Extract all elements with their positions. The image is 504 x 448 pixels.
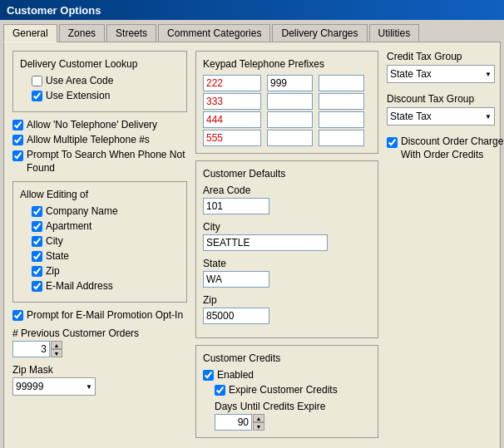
- state-input[interactable]: [203, 271, 269, 288]
- allow-no-telephone-checkbox[interactable]: [12, 120, 23, 130]
- keypad-cell-2-1[interactable]: [203, 93, 261, 110]
- credit-tax-select[interactable]: State Tax Federal Tax None: [387, 65, 495, 83]
- days-expire-group: Days Until Credits Expire ▲ ▼: [215, 401, 371, 431]
- keypad-cell-3-1[interactable]: [203, 111, 261, 128]
- title-bar: Customer Options: [0, 0, 504, 20]
- credit-tax-wrapper: State Tax Federal Tax None: [387, 65, 495, 83]
- days-expire-input[interactable]: [215, 414, 252, 431]
- zip-input[interactable]: [203, 308, 269, 324]
- expire-credits-checkbox[interactable]: [215, 385, 225, 396]
- city-input[interactable]: [203, 234, 328, 251]
- prompt-email-checkbox[interactable]: [12, 310, 23, 321]
- previous-orders-label: # Previous Customer Orders: [12, 327, 187, 339]
- keypad-cell-1-3[interactable]: [319, 75, 364, 91]
- allow-no-telephone-row: Allow 'No Telephone' Delivery: [12, 119, 187, 130]
- customer-credits-title: Customer Credits: [203, 352, 371, 364]
- city-checkbox[interactable]: [32, 236, 42, 247]
- discount-tax-label: Discount Tax Group: [387, 93, 504, 105]
- keypad-cell-1-1[interactable]: [203, 75, 261, 91]
- city-label: City: [46, 235, 63, 247]
- discount-order-charges-checkbox[interactable]: [387, 137, 398, 148]
- spinner-up-button[interactable]: ▲: [51, 341, 62, 349]
- keypad-cell-3-2[interactable]: [267, 111, 313, 128]
- credits-enabled-row: Enabled: [203, 369, 371, 381]
- company-name-row: Company Name: [32, 205, 180, 217]
- city-row: City: [32, 235, 180, 247]
- prompt-search-label: Prompt To Search When Phone Not Found: [27, 149, 187, 175]
- prompt-search-row: Prompt To Search When Phone Not Found: [12, 149, 187, 175]
- credits-enabled-label: Enabled: [217, 369, 254, 381]
- state-checkbox[interactable]: [32, 251, 42, 262]
- discount-tax-group: Discount Tax Group State Tax Federal Tax…: [387, 93, 504, 126]
- use-area-code-row: Use Area Code: [32, 75, 180, 86]
- email-row: E-Mail Address: [32, 280, 180, 292]
- credit-tax-label: Credit Tax Group: [387, 51, 504, 62]
- left-column: Delivery Customer Lookup Use Area Code U…: [12, 51, 187, 440]
- city-defaults-label: City: [203, 221, 371, 233]
- credit-tax-group: Credit Tax Group State Tax Federal Tax N…: [387, 51, 504, 83]
- days-expire-spinner: ▲ ▼: [215, 414, 371, 431]
- keypad-grid: [203, 75, 371, 146]
- zip-mask-wrapper: 99999 99999-9999: [12, 377, 96, 396]
- keypad-title: Keypad Telephone Prefixes: [203, 58, 371, 70]
- keypad-cell-1-2[interactable]: [267, 75, 313, 91]
- keypad-cell-4-1[interactable]: [203, 130, 261, 146]
- company-name-label: Company Name: [46, 205, 118, 217]
- previous-orders-input[interactable]: 3: [12, 341, 50, 357]
- keypad-cell-3-3[interactable]: [319, 111, 364, 128]
- right-column: Credit Tax Group State Tax Federal Tax N…: [387, 51, 504, 440]
- use-area-code-checkbox[interactable]: [32, 76, 42, 86]
- allow-no-telephone-label: Allow 'No Telephone' Delivery: [27, 119, 157, 130]
- apartment-row: Apartment: [32, 220, 180, 232]
- zip-label: Zip: [46, 265, 60, 277]
- allow-multiple-telephone-checkbox[interactable]: [12, 135, 23, 145]
- customer-defaults-section: Customer Defaults Area Code City State Z…: [195, 160, 378, 338]
- use-extension-checkbox[interactable]: [32, 91, 42, 101]
- content-area: Delivery Customer Lookup Use Area Code U…: [3, 42, 501, 448]
- tab-streets[interactable]: Streets: [106, 24, 156, 42]
- keypad-cell-2-2[interactable]: [267, 93, 313, 110]
- discount-tax-select[interactable]: State Tax Federal Tax None: [387, 107, 495, 126]
- area-code-group: Area Code: [203, 185, 371, 214]
- area-code-input[interactable]: [203, 198, 269, 214]
- email-checkbox[interactable]: [32, 281, 42, 292]
- spinner-buttons: ▲ ▼: [51, 341, 62, 357]
- allow-editing-section: Allow Editing of Company Name Apartment …: [12, 181, 187, 303]
- apartment-checkbox[interactable]: [32, 221, 42, 232]
- keypad-cell-4-3[interactable]: [319, 130, 364, 146]
- keypad-cell-2-3[interactable]: [319, 93, 364, 110]
- days-spinner-up-button[interactable]: ▲: [253, 414, 264, 422]
- state-defaults-label: State: [203, 258, 371, 269]
- allow-multiple-telephone-label: Allow Multiple Telephone #s: [27, 134, 150, 145]
- tab-comment-categories[interactable]: Comment Categories: [158, 24, 270, 42]
- state-defaults-group: State: [203, 258, 371, 288]
- delivery-lookup-section: Delivery Customer Lookup Use Area Code U…: [12, 51, 187, 112]
- prompt-search-checkbox[interactable]: [12, 150, 23, 161]
- tab-utilities[interactable]: Utilities: [369, 24, 420, 42]
- city-defaults-group: City: [203, 221, 371, 251]
- spinner-down-button[interactable]: ▼: [51, 349, 62, 357]
- zip-row: Zip: [32, 265, 180, 277]
- area-code-label: Area Code: [203, 185, 371, 196]
- days-spinner-down-button[interactable]: ▼: [253, 422, 264, 431]
- credits-enabled-checkbox[interactable]: [203, 370, 214, 381]
- discount-order-charges-row: Discount Order Charges With Order Credit…: [387, 135, 504, 161]
- company-name-checkbox[interactable]: [32, 206, 42, 217]
- keypad-cell-4-2[interactable]: [267, 130, 313, 146]
- email-label: E-Mail Address: [46, 280, 113, 292]
- tab-general[interactable]: General: [3, 24, 57, 42]
- use-extension-row: Use Extension: [32, 90, 180, 101]
- zip-mask-group: Zip Mask 99999 99999-9999: [12, 364, 187, 396]
- days-expire-label: Days Until Credits Expire: [215, 401, 371, 412]
- keypad-section: Keypad Telephone Prefixes: [195, 51, 378, 154]
- customer-credits-section: Customer Credits Enabled Expire Customer…: [195, 345, 378, 438]
- zip-checkbox[interactable]: [32, 266, 42, 277]
- allow-editing-title: Allow Editing of: [20, 189, 180, 200]
- tab-zones[interactable]: Zones: [59, 24, 105, 42]
- zip-mask-select[interactable]: 99999 99999-9999: [12, 377, 96, 396]
- state-row: State: [32, 250, 180, 262]
- customer-defaults-title: Customer Defaults: [203, 168, 371, 180]
- zip-defaults-group: Zip: [203, 294, 371, 324]
- tab-delivery-charges[interactable]: Delivery Charges: [272, 24, 367, 42]
- window-title: Customer Options: [7, 4, 101, 17]
